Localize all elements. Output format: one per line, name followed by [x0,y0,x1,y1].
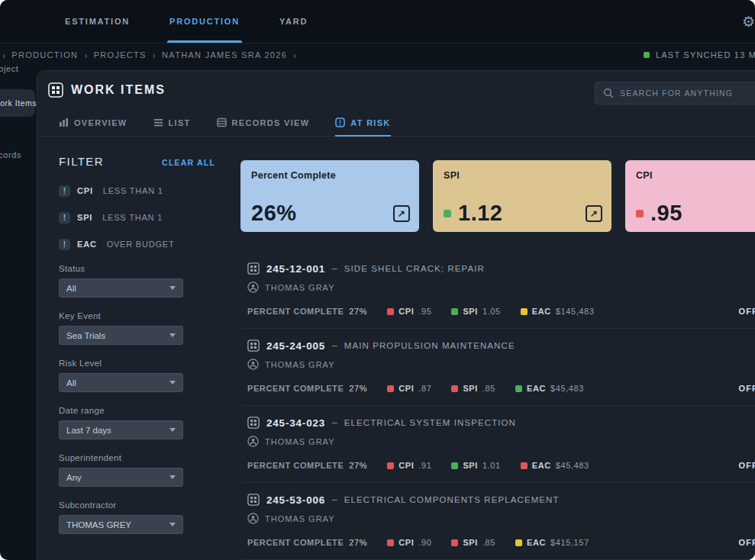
work-item-title: ELECTRICAL SYSTEM INSPECTION [344,418,516,427]
status-select[interactable]: All [59,278,183,298]
chevron-right-icon: › [84,50,87,60]
owner-name: THOMAS GRAY [265,283,334,292]
kpi-label: Percent Complete [251,170,408,181]
work-item-id: 245-34-023 [266,417,325,429]
alert-icon: ! [59,212,70,224]
clear-all-button[interactable]: CLEAR ALL [162,158,215,167]
status-badge: OFF TRACK [739,538,755,547]
gear-icon[interactable]: ⚙ [742,14,755,29]
select-value: All [66,284,76,293]
tab-records-view[interactable]: RECORDS VIEW [217,109,310,136]
breadcrumb-production[interactable]: PRODUCTION [11,50,78,60]
metric-value: .95 [418,307,431,316]
metric-value: .90 [418,538,431,547]
breadcrumb-project-name[interactable]: NATHAN JAMES SRA 2026 [162,50,287,60]
superintendent-select[interactable]: Any [59,468,183,487]
tab-label: LIST [169,118,191,127]
metric-label: CPI [398,461,414,470]
status-square [515,385,522,392]
subcontractor-select[interactable]: THOMAS GREY [59,515,183,534]
sidebar-item-project[interactable]: Project [0,64,18,73]
work-item-id: 245-24-005 [266,340,325,352]
work-item-title: MAIN PROPULSION MAINTENANCE [344,341,515,350]
filter-group-subcontractor: Subcontractor THOMAS GREY [59,500,215,534]
spi-metric: SPI 1.01 [451,461,500,470]
grid-icon [247,417,260,429]
metric-value: $45,483 [550,384,584,393]
cpi-metric: CPI .95 [387,307,431,316]
status-square [387,462,394,469]
expand-icon[interactable]: ↗ [586,205,602,222]
spi-metric: SPI .85 [451,384,495,393]
work-item-id: 245-12-001 [266,263,325,275]
metric-value: 1.01 [482,461,501,470]
chip-metric: SPI [77,213,92,222]
work-item-row[interactable]: 245-53-006 – ELECTRICAL COMPONENTS REPLA… [240,483,755,560]
tab-estimation[interactable]: ESTIMATION [65,0,130,43]
tab-yard[interactable]: YARD [279,0,308,43]
tab-label: RECORDS VIEW [232,118,310,127]
grid-icon [247,340,260,352]
sidebar-item-work-items[interactable]: Work Items [0,89,35,117]
kpi-percent-complete: Percent Complete 26% ↗ [240,160,419,232]
grid-icon [48,82,63,98]
top-nav-bar: ESTIMATION PRODUCTION YARD ⚙ [0,0,755,43]
work-item-row[interactable]: 245-12-001 – SIDE SHELL CRACK; REPAIR TH… [240,252,755,329]
status-square [515,539,522,546]
tab-production[interactable]: PRODUCTION [169,0,240,43]
metric-value: 1.05 [482,307,501,316]
metric-value: .85 [482,538,495,547]
tab-label: OVERVIEW [74,118,127,127]
breadcrumb-bar: › PRODUCTION › PROJECTS › NATHAN JAMES S… [0,43,755,66]
filter-chip-spi[interactable]: ! SPI LESS THAN 1 [59,211,215,224]
key-event-select[interactable]: Sea Trials [59,326,183,345]
metric-value: $415,157 [550,538,589,547]
risk-level-select[interactable]: All [59,373,183,392]
field-label: Superintendent [59,453,215,462]
field-label: Subcontractor [59,500,215,510]
grid-icon [247,494,260,506]
owner-name: THOMAS GRAY [265,360,334,369]
tab-overview[interactable]: OVERVIEW [59,109,127,136]
filter-group-date-range: Date range Last 7 days [59,406,215,439]
work-item-row[interactable]: 245-34-023 – ELECTRICAL SYSTEM INSPECTIO… [240,406,755,483]
sync-status-label: LAST SYNCHED 13 MIN AGO [656,50,755,60]
expand-icon[interactable]: ↗ [393,205,410,222]
filter-group-risk-level: Risk Level All [59,359,215,392]
eac-metric: EAC $45,483 [515,384,584,393]
work-item-id: 245-53-006 [266,494,325,506]
app-window: ESTIMATION PRODUCTION YARD ⚙ › PRODUCTIO… [0,0,755,560]
work-item-title: ELECTRICAL COMPONENTS REPLACEMENT [344,495,560,504]
chip-condition: LESS THAN 1 [103,186,163,195]
work-item-row[interactable]: 245-24-005 – MAIN PROPULSION MAINTENANCE… [240,329,755,406]
spi-metric: SPI .85 [451,538,495,547]
select-value: Last 7 days [66,426,111,435]
chip-condition: OVER BUDGET [107,240,175,249]
field-label: Date range [59,406,215,415]
person-icon [247,359,259,370]
status-badge: OFF TRACK [739,384,755,393]
filter-chip-cpi[interactable]: ! CPI LESS THAN 1 [59,185,215,197]
status-square [451,462,458,469]
cpi-metric: CPI .87 [387,384,431,393]
filter-group-key-event: Key Event Sea Trials [59,311,215,345]
chip-condition: LESS THAN 1 [102,213,163,222]
tab-list[interactable]: LIST [153,109,191,136]
filter-group-status: Status All [59,264,215,298]
breadcrumb-projects[interactable]: PROJECTS [94,50,147,60]
filter-title: FILTER [59,155,104,168]
sync-status-dot [644,52,650,58]
search-input[interactable] [620,89,755,98]
metric-value: $45,483 [556,461,589,470]
cpi-metric: CPI .91 [387,461,431,470]
date-range-select[interactable]: Last 7 days [59,420,183,439]
filter-chip-eac[interactable]: ! EAC OVER BUDGET [59,238,215,250]
tab-at-risk[interactable]: AT RISK [335,109,390,136]
metric-label: CPI [398,307,414,316]
percent-complete-value: 27% [349,461,367,470]
chevron-down-icon [169,333,176,337]
status-square [387,385,394,392]
select-value: Any [66,473,82,482]
separator: – [332,494,337,505]
sidebar-item-records[interactable]: Records [0,150,21,159]
